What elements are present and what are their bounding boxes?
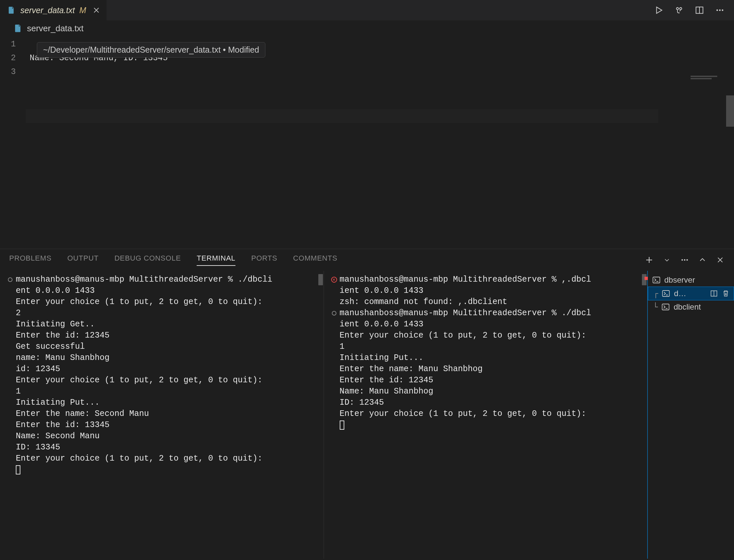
- terminal-line: id: 12345: [16, 364, 319, 375]
- terminal-line: ID: 12345: [340, 397, 643, 408]
- tab-debug-console[interactable]: DEBUG CONSOLE: [114, 254, 181, 266]
- terminal-sidebar: dbserver ┌ d… └: [647, 271, 734, 559]
- tab-comments[interactable]: COMMENTS: [293, 254, 338, 266]
- terminal-line: Enter the id: 12345: [340, 375, 643, 386]
- terminal-line: manushanboss@manus-mbp MultithreadedServ…: [340, 274, 643, 285]
- tab-filename: server_data.txt: [20, 6, 75, 15]
- hover-tooltip: ~/Developer/MultithreadedServer/server_d…: [37, 42, 266, 58]
- terminal-line: Enter your choice (1 to put, 2 to get, 0…: [340, 330, 643, 341]
- terminal-line: Enter the name: Second Manu: [16, 408, 319, 420]
- terminal-right[interactable]: ✕manushanboss@manus-mbp MultithreadedSer…: [324, 271, 647, 559]
- terminal-line: Initiating Put...: [340, 352, 643, 364]
- terminal-line: Initiating Get..: [16, 319, 319, 330]
- file-icon: [7, 6, 16, 15]
- split-editor-icon[interactable]: [695, 5, 704, 15]
- editor-area[interactable]: 1 2 3 Name: Second Manu, ID: 13345: [0, 36, 734, 249]
- terminal-line: Enter your choice (1 to put, 2 to get, 0…: [16, 375, 319, 386]
- panel-tabs: PROBLEMS OUTPUT DEBUG CONSOLE TERMINAL P…: [0, 249, 734, 271]
- tab-ports[interactable]: PORTS: [251, 254, 277, 266]
- sidebar-item-dbclient2[interactable]: └ dbclient: [648, 300, 734, 314]
- kill-terminal-icon[interactable]: [722, 290, 730, 297]
- code-content[interactable]: Name: Second Manu, ID: 13345: [26, 36, 734, 249]
- terminal-icon: [661, 289, 671, 298]
- panel-actions: [645, 255, 725, 265]
- editor-actions: [654, 5, 734, 15]
- terminals: manushanboss@manus-mbp MultithreadedServ…: [0, 271, 647, 559]
- sidebar-item-actions: [710, 290, 730, 297]
- panel-more-icon[interactable]: [680, 255, 689, 265]
- terminal-line: zsh: command not found: ,.dbclient: [340, 296, 643, 308]
- tab-terminal[interactable]: TERMINAL: [197, 254, 236, 266]
- close-panel-icon[interactable]: [716, 255, 725, 265]
- svg-rect-12: [662, 304, 669, 310]
- terminal-line: manushanboss@manus-mbp MultithreadedServ…: [16, 274, 319, 285]
- terminal-cursor: [340, 420, 643, 431]
- terminal-line: ent 0.0.0.0 1433: [16, 285, 319, 296]
- svg-point-6: [684, 259, 686, 261]
- more-actions-icon[interactable]: [715, 5, 725, 15]
- tab-modified-indicator: M: [79, 6, 86, 15]
- code-line: [26, 65, 734, 79]
- maximize-panel-icon[interactable]: [698, 255, 707, 265]
- terminal-line: Enter the name: Manu Shanbhog: [340, 364, 643, 375]
- vertical-scrollbar[interactable]: [726, 95, 734, 127]
- new-terminal-icon[interactable]: [645, 255, 654, 265]
- terminal-dropdown-icon[interactable]: [662, 255, 671, 265]
- svg-point-3: [719, 10, 721, 11]
- svg-point-5: [681, 259, 683, 261]
- terminal-line: ient 0.0.0.0 1433: [340, 285, 643, 296]
- panel-body: manushanboss@manus-mbp MultithreadedServ…: [0, 271, 734, 559]
- tab-close-button[interactable]: [93, 7, 100, 14]
- tabs-left: server_data.txt M: [0, 0, 107, 20]
- line-number: 1: [0, 38, 26, 51]
- svg-rect-8: [653, 277, 660, 283]
- sidebar-item-dbclient1[interactable]: ┌ d…: [648, 287, 734, 300]
- terminal-line: Enter the id: 13345: [16, 420, 319, 431]
- terminal-line: 1: [16, 386, 319, 397]
- terminal-line: 2: [16, 308, 319, 319]
- terminal-icon: [661, 302, 670, 312]
- terminal-line: Enter your choice (1 to put, 2 to get, 0…: [16, 453, 319, 464]
- line-number: 2: [0, 51, 26, 65]
- status-dot-icon: [645, 277, 648, 280]
- terminal-line: Get successful: [16, 341, 319, 352]
- editor-tab[interactable]: server_data.txt M: [0, 0, 107, 20]
- line-gutter: 1 2 3: [0, 36, 26, 249]
- split-terminal-icon[interactable]: [710, 290, 718, 297]
- terminal-left[interactable]: manushanboss@manus-mbp MultithreadedServ…: [0, 271, 324, 559]
- tab-bar: server_data.txt M: [0, 0, 734, 20]
- tab-output[interactable]: OUTPUT: [67, 254, 99, 266]
- breadcrumb[interactable]: server_data.txt: [0, 20, 734, 36]
- terminal-line: Enter your choice (1 to put, 2 to get, 0…: [340, 408, 643, 420]
- terminal-icon: [652, 275, 661, 285]
- tab-problems[interactable]: PROBLEMS: [9, 254, 52, 266]
- sidebar-item-label: dbserver: [664, 275, 730, 285]
- terminal-line: Initiating Put...: [16, 397, 319, 408]
- bottom-panel: PROBLEMS OUTPUT DEBUG CONSOLE TERMINAL P…: [0, 249, 734, 559]
- compare-changes-icon[interactable]: [674, 5, 684, 15]
- sidebar-item-dbserver[interactable]: dbserver: [648, 273, 734, 287]
- terminal-line: manushanboss@manus-mbp MultithreadedServ…: [340, 308, 643, 319]
- run-icon[interactable]: [654, 5, 664, 15]
- sidebar-item-label: dbclient: [673, 302, 730, 312]
- tree-branch-icon: └: [652, 302, 658, 312]
- breadcrumb-file: server_data.txt: [27, 23, 84, 34]
- terminal-line: Enter your choice (1 to put, 2 to get, 0…: [16, 296, 319, 308]
- terminal-scrollbar[interactable]: [318, 274, 323, 285]
- terminal-line: 1: [340, 341, 643, 352]
- terminal-line: name: Manu Shanbhog: [16, 352, 319, 364]
- terminal-cursor: [16, 464, 319, 475]
- minimap[interactable]: [691, 76, 729, 82]
- sidebar-item-label: d…: [674, 289, 707, 298]
- svg-point-7: [686, 259, 688, 261]
- prompt-marker-icon: [332, 311, 337, 316]
- svg-rect-9: [663, 291, 670, 296]
- terminal-line: ient 0.0.0.0 1433: [340, 319, 643, 330]
- tooltip-text: ~/Developer/MultithreadedServer/server_d…: [43, 45, 259, 54]
- prompt-marker-icon: [8, 277, 13, 282]
- terminal-line: Name: Second Manu: [16, 431, 319, 442]
- terminal-line: Enter the id: 12345: [16, 330, 319, 341]
- svg-point-4: [722, 10, 723, 11]
- file-icon: [13, 24, 22, 33]
- terminal-line: ID: 13345: [16, 442, 319, 453]
